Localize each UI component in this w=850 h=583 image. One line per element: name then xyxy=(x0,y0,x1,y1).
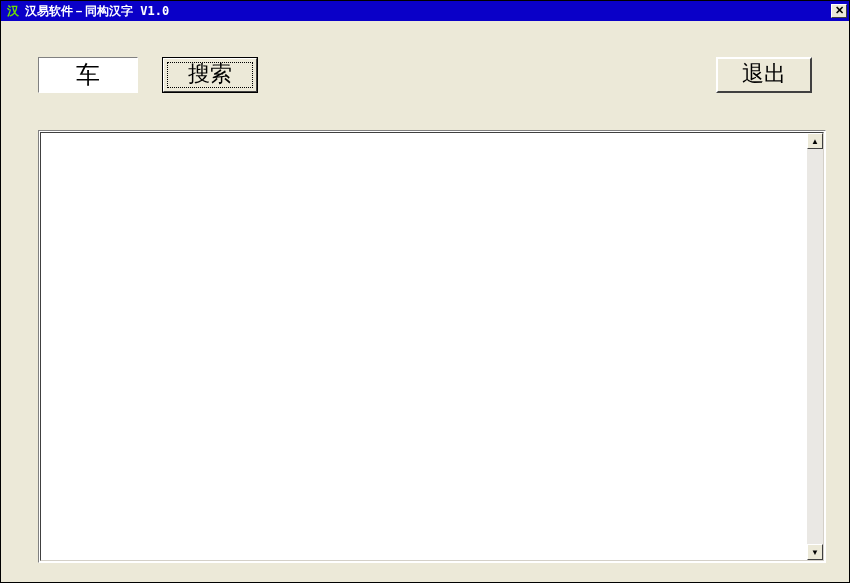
vertical-scrollbar[interactable]: ▲ ▼ xyxy=(807,133,823,560)
search-button[interactable]: 搜索 xyxy=(162,57,258,93)
scroll-up-button[interactable]: ▲ xyxy=(807,133,823,149)
close-button[interactable]: ✕ xyxy=(831,4,847,18)
search-input[interactable] xyxy=(38,57,138,93)
app-window: 汉 汉易软件－同构汉字 V1.0 ✕ 搜索 退出 ▲ ▼ xyxy=(0,0,850,583)
toolbar: 搜索 退出 xyxy=(2,22,848,127)
app-icon: 汉 xyxy=(5,3,21,19)
content-area: 搜索 退出 ▲ ▼ xyxy=(2,22,848,581)
scroll-down-button[interactable]: ▼ xyxy=(807,544,823,560)
results-panel: ▲ ▼ xyxy=(38,130,826,563)
scroll-track[interactable] xyxy=(807,149,823,544)
window-title: 汉易软件－同构汉字 V1.0 xyxy=(25,3,831,20)
results-inner: ▲ ▼ xyxy=(40,132,824,561)
results-textarea[interactable] xyxy=(41,133,807,560)
exit-button[interactable]: 退出 xyxy=(716,57,812,93)
titlebar: 汉 汉易软件－同构汉字 V1.0 ✕ xyxy=(1,1,849,21)
